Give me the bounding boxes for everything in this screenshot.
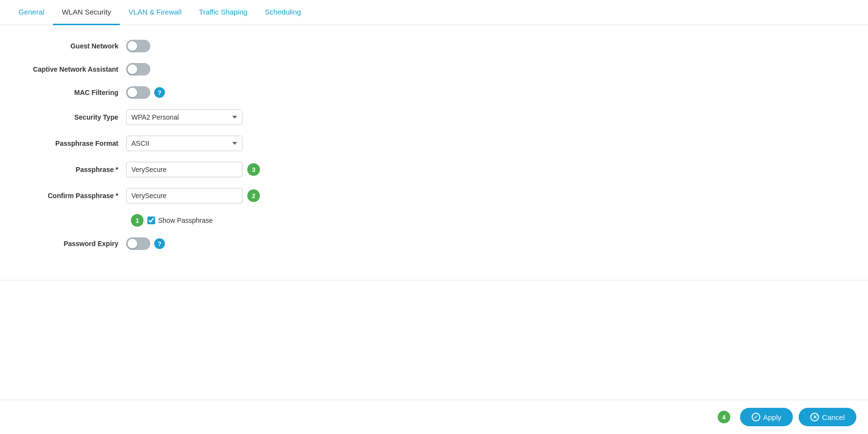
- passphrase-format-select[interactable]: ASCII HEX: [126, 136, 242, 151]
- tab-general[interactable]: General: [10, 0, 53, 25]
- footer-divider: [0, 280, 868, 280]
- tab-wlan-security[interactable]: WLAN Security: [53, 0, 120, 25]
- mac-filtering-help-icon[interactable]: ?: [154, 87, 165, 98]
- mac-filtering-slider: [126, 86, 150, 99]
- captive-network-label: Captive Network Assistant: [19, 65, 126, 73]
- passphrase-badge: 3: [247, 163, 260, 176]
- show-passphrase-wrapper: Show Passphrase: [147, 217, 213, 224]
- show-passphrase-row: 1 Show Passphrase: [19, 214, 849, 227]
- password-expiry-toggle[interactable]: [126, 237, 150, 250]
- security-type-row: Security Type WPA2 Personal WPA Personal…: [19, 109, 849, 125]
- tab-bar: General WLAN Security VLAN & Firewall Tr…: [0, 0, 868, 25]
- password-expiry-slider: [126, 237, 150, 250]
- password-expiry-row: Password Expiry ?: [19, 237, 849, 250]
- show-passphrase-badge: 1: [131, 214, 144, 227]
- confirm-passphrase-row: Confirm Passphrase * 2: [19, 188, 849, 203]
- captive-network-toggle[interactable]: [126, 63, 150, 76]
- passphrase-row: Passphrase * 3: [19, 162, 849, 177]
- tab-traffic-shaping[interactable]: Traffic Shaping: [190, 0, 256, 25]
- show-passphrase-checkbox[interactable]: [147, 217, 155, 224]
- form-content: Guest Network Captive Network Assistant …: [0, 25, 868, 275]
- passphrase-format-label: Passphrase Format: [19, 140, 126, 147]
- show-passphrase-text: Show Passphrase: [158, 217, 213, 224]
- confirm-passphrase-label: Confirm Passphrase *: [19, 192, 126, 200]
- passphrase-label: Passphrase *: [19, 166, 126, 173]
- confirm-passphrase-badge: 2: [247, 189, 260, 202]
- password-expiry-label: Password Expiry: [19, 240, 126, 248]
- mac-filtering-toggle[interactable]: [126, 86, 150, 99]
- password-expiry-help-icon[interactable]: ?: [154, 238, 165, 249]
- security-type-label: Security Type: [19, 113, 126, 121]
- security-type-select[interactable]: WPA2 Personal WPA Personal WPA2/WPA Pers…: [126, 109, 242, 125]
- captive-network-slider: [126, 63, 150, 76]
- mac-filtering-row: MAC Filtering ?: [19, 86, 849, 99]
- captive-network-row: Captive Network Assistant: [19, 63, 849, 76]
- guest-network-label: Guest Network: [19, 42, 126, 50]
- guest-network-toggle[interactable]: [126, 40, 150, 52]
- passphrase-format-row: Passphrase Format ASCII HEX: [19, 136, 849, 151]
- confirm-passphrase-input[interactable]: [126, 188, 242, 203]
- tab-vlan-firewall[interactable]: VLAN & Firewall: [120, 0, 190, 25]
- mac-filtering-label: MAC Filtering: [19, 89, 126, 96]
- passphrase-input[interactable]: [126, 162, 242, 177]
- guest-network-row: Guest Network: [19, 40, 849, 52]
- tab-scheduling[interactable]: Scheduling: [256, 0, 309, 25]
- guest-network-slider: [126, 40, 150, 52]
